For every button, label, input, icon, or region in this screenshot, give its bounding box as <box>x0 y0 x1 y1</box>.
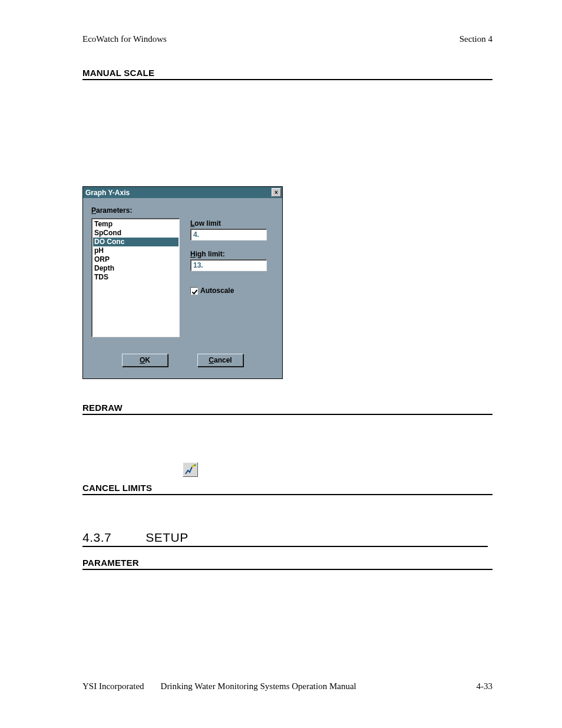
low-limit-label: Low limit <box>190 219 274 228</box>
dialog-title: Graph Y-Axis <box>85 189 130 197</box>
heading-redraw: REDRAW <box>82 403 492 415</box>
low-limit-input[interactable]: 4. <box>190 229 267 241</box>
footer-page-number: 4-33 <box>477 681 493 691</box>
autoscale-checkbox[interactable] <box>190 287 198 295</box>
list-item[interactable]: SpCond <box>93 229 178 238</box>
high-limit-label: High limit: <box>190 250 274 258</box>
parameters-listbox[interactable]: TempSpCondDO ConcpHORPDepthTDS <box>91 218 180 337</box>
heading-setup: 4.3.7 SETUP <box>82 531 488 547</box>
header-right: Section 4 <box>459 34 492 44</box>
close-icon[interactable]: × <box>272 188 281 197</box>
heading-setup-number: 4.3.7 <box>82 531 111 545</box>
list-item[interactable]: Temp <box>93 220 178 229</box>
redraw-toolbar-icon[interactable] <box>183 462 198 477</box>
high-limit-input[interactable]: 13. <box>190 259 267 271</box>
heading-manual-scale: MANUAL SCALE <box>82 68 492 80</box>
list-item[interactable]: Depth <box>93 264 178 273</box>
parameters-label: Parameters: <box>91 206 274 215</box>
list-item[interactable]: pH <box>93 246 178 255</box>
cancel-button[interactable]: Cancel <box>197 354 243 367</box>
heading-parameter: PARAMETER <box>82 558 492 570</box>
heading-cancel-limits: CANCEL LIMITS <box>82 483 492 495</box>
header-left: EcoWatch for Windows <box>82 34 167 44</box>
heading-setup-text: SETUP <box>146 531 189 545</box>
autoscale-label: Autoscale <box>200 286 234 295</box>
list-item[interactable]: TDS <box>93 273 178 282</box>
list-item[interactable]: ORP <box>93 255 178 264</box>
list-item[interactable]: DO Conc <box>93 238 178 246</box>
ok-button[interactable]: OK <box>122 354 168 367</box>
footer-manual-title: Drinking Water Monitoring Systems Operat… <box>161 681 356 691</box>
dialog-titlebar: Graph Y-Axis × <box>83 187 282 198</box>
footer-company: YSI Incorporated <box>82 681 144 691</box>
graph-y-axis-dialog: Graph Y-Axis × Parameters: TempSpCondDO … <box>82 186 283 379</box>
